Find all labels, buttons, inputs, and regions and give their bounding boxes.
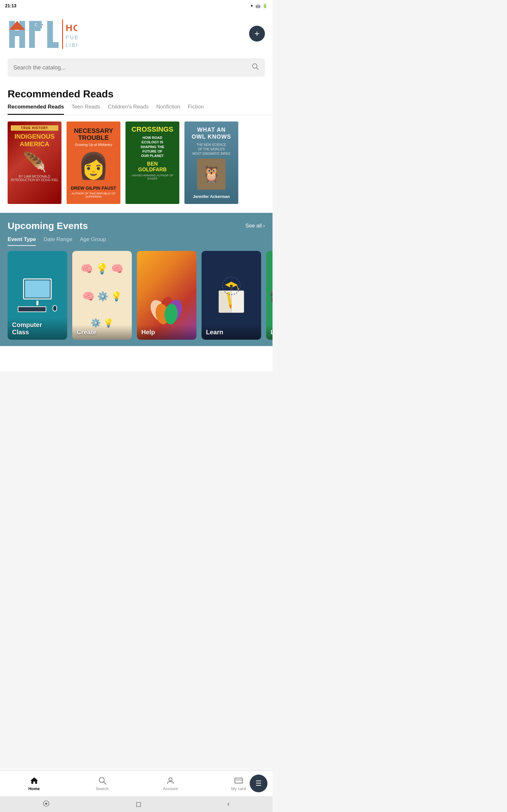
events-tab-event-type[interactable]: Event Type: [8, 236, 36, 246]
book-crossings[interactable]: CROSSINGS HOW ROADECOLOGY ISSHAPING THEF…: [125, 121, 179, 204]
book-2-subtitle: Growing Up at Midiantry: [75, 143, 112, 147]
owl-image: 🦉: [197, 159, 226, 190]
upcoming-events-section: Upcoming Events See all › Event Type Dat…: [0, 213, 273, 346]
book-1-figure: 🪶: [23, 151, 47, 173]
search-button[interactable]: [251, 63, 259, 72]
events-title: Upcoming Events: [8, 220, 88, 231]
book-necessary-trouble[interactable]: NECESSARYTROUBLE Growing Up at Midiantry…: [66, 121, 120, 204]
svg-text:PUBLIC: PUBLIC: [66, 35, 77, 40]
svg-rect-5: [35, 21, 42, 23]
status-time: 21:13: [5, 3, 16, 8]
book-4-title: WHAT ANOWL KNOWS: [192, 126, 231, 140]
listen-label: Lis...: [266, 325, 273, 340]
svg-point-30: [230, 288, 233, 291]
event-card-create[interactable]: 🧠 💡 🧠 🧠 ⚙️ 💡 ⚙️ 💡 Create: [72, 251, 132, 340]
svg-rect-6: [35, 23, 43, 26]
book-3-subtitle: HOW ROADECOLOGY ISSHAPING THEFUTURE OFOU…: [140, 136, 164, 158]
recommended-reads-tabs: Recommended Reads Teen Reads Children's …: [0, 104, 273, 115]
add-button[interactable]: +: [249, 26, 265, 42]
book-1-author: BY LIAM MCDONALDINTRODUCTION BY DOUG KIE…: [11, 175, 58, 182]
tab-teen-reads[interactable]: Teen Reads: [72, 104, 101, 115]
events-filter-tabs: Event Type Date Range Age Group: [0, 236, 273, 251]
book-2-title: NECESSARYTROUBLE: [74, 127, 113, 141]
book-2-photo: 👩: [78, 151, 109, 181]
search-input[interactable]: [13, 64, 248, 71]
recommended-reads-title: Recommended Reads: [0, 83, 273, 104]
keyboard-icon: [18, 306, 46, 312]
help-label: Help: [137, 325, 196, 340]
monitor-screen: [25, 281, 50, 298]
book-2-desc: AUTHOR OF THIS REPUBLIC OF SUFFERING: [70, 192, 117, 198]
books-container: TRUE HISTORY INDIGENOUSAMERICA 🪶 BY LIAM…: [0, 115, 273, 210]
svg-rect-10: [47, 42, 59, 48]
svg-rect-7: [35, 26, 42, 29]
events-header: Upcoming Events See all ›: [0, 220, 273, 236]
android-icon: 🤖: [256, 3, 261, 8]
recommended-reads-section: Recommended Reads Recommended Reads Teen…: [0, 83, 273, 210]
svg-line-16: [257, 68, 259, 70]
book-3-note: AWARD-WINNING AUTHOR OF EAGER: [129, 174, 176, 180]
book-3-author: BENGOLDFARB: [138, 161, 167, 172]
svg-point-15: [252, 64, 257, 68]
event-card-help[interactable]: Help: [137, 251, 196, 340]
learn-illustration: [212, 275, 250, 316]
main-content: HOOVER PUBLIC LIBRARY + Recommended Read…: [0, 11, 273, 371]
event-card-listen[interactable]: 🎧 Lis...: [266, 251, 273, 340]
book-owl-knows[interactable]: WHAT ANOWL KNOWS THE NEW SCIENCEOF THE W…: [184, 121, 238, 204]
chevron-right-icon: ›: [263, 223, 265, 229]
battery-icon: 🔋: [262, 3, 268, 8]
keyboard-mouse-group: [18, 306, 57, 312]
tab-nonfiction[interactable]: Nonfiction: [156, 104, 180, 115]
book-indigenous-america[interactable]: TRUE HISTORY INDIGENOUSAMERICA 🪶 BY LIAM…: [8, 121, 61, 204]
svg-rect-11: [62, 19, 63, 49]
status-bar: 21:13 ✦ 🤖 🔋: [0, 0, 273, 11]
events-tab-date-range[interactable]: Date Range: [43, 236, 72, 246]
see-all-button[interactable]: See all ›: [245, 223, 265, 229]
svg-line-31: [236, 285, 238, 289]
svg-marker-32: [237, 289, 239, 291]
svg-rect-4: [29, 21, 35, 48]
tab-fiction[interactable]: Fiction: [188, 104, 204, 115]
svg-text:LIBRARY: LIBRARY: [66, 43, 77, 48]
mouse-icon: [53, 305, 57, 311]
svg-text:HOOVER: HOOVER: [66, 22, 77, 33]
book-1-title: INDIGENOUSAMERICA: [14, 133, 55, 148]
tab-childrens-reads[interactable]: Children's Reads: [108, 104, 149, 115]
computer-class-label: ComputerClass: [8, 317, 67, 340]
header: HOOVER PUBLIC LIBRARY +: [0, 11, 273, 55]
book-2-author: DREW GILPIN FAUST: [71, 186, 116, 191]
book-1-badge: TRUE HISTORY: [11, 125, 58, 131]
search-icon: [251, 63, 259, 70]
event-card-learn[interactable]: Learn: [202, 251, 261, 340]
search-bar[interactable]: [8, 58, 265, 77]
status-icons: ✦ 🤖 🔋: [250, 3, 268, 8]
learn-svg: [212, 275, 250, 316]
logo-container: HOOVER PUBLIC LIBRARY: [8, 18, 77, 49]
signal-icon: ✦: [250, 3, 253, 8]
book-4-author: Jennifer Ackerman: [193, 194, 230, 199]
monitor-icon: [23, 278, 52, 299]
hpl-logo: HOOVER PUBLIC LIBRARY: [8, 18, 77, 49]
svg-rect-2: [15, 31, 19, 36]
svg-rect-8: [35, 29, 41, 31]
book-3-title: CROSSINGS: [131, 126, 173, 133]
create-label: Create: [72, 325, 132, 340]
monitor-stand: [37, 301, 38, 305]
learn-label: Learn: [202, 325, 261, 340]
events-tab-age-group[interactable]: Age Group: [80, 236, 106, 246]
computer-illustration: [18, 278, 57, 312]
event-card-computer-class[interactable]: ComputerClass: [8, 251, 67, 340]
book-4-subtitle: THE NEW SCIENCEOF THE WORLD'SMOST ENIGMA…: [192, 143, 230, 156]
events-cards: ComputerClass 🧠 💡 🧠 🧠 ⚙️ 💡 ⚙️ 💡 Create: [0, 251, 273, 340]
tab-recommended-reads[interactable]: Recommended Reads: [8, 104, 64, 115]
search-container: [0, 55, 273, 83]
